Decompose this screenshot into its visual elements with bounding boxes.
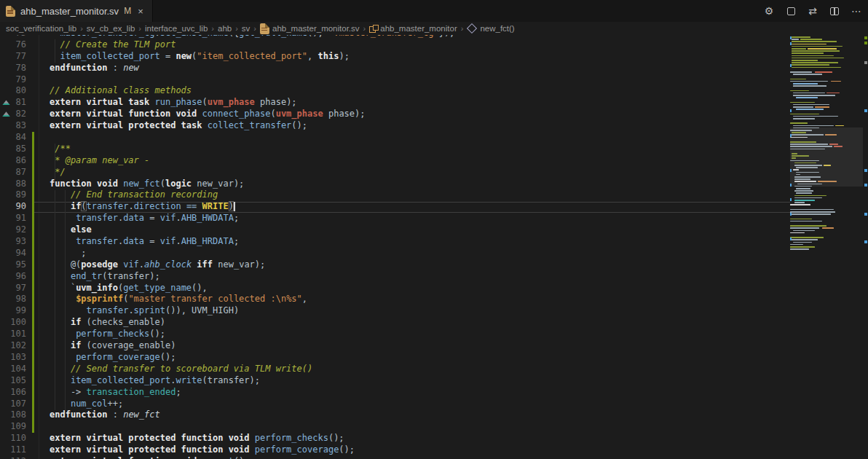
line-number[interactable]: 108 xyxy=(0,409,26,421)
code-line[interactable]: 88function void new_fct(logic new_var); xyxy=(0,178,790,190)
breadcrumb-item[interactable]: ahb xyxy=(218,24,232,33)
code-line[interactable]: 91 transfer.data = vif.AHB_HWDATA; xyxy=(0,213,790,224)
editor-tab[interactable]: ahb_master_monitor.sv M × xyxy=(0,0,153,22)
code-line[interactable]: 79 xyxy=(0,74,790,86)
breadcrumb-item[interactable]: ahb_master_monitor.sv xyxy=(260,23,360,34)
code-line[interactable]: 78endfunction : new xyxy=(0,63,790,74)
line-number[interactable]: 102 xyxy=(0,340,26,352)
line-number[interactable]: 106 xyxy=(0,387,26,399)
code-line[interactable]: 100 if (checks_enable) xyxy=(0,317,790,329)
line-number[interactable]: 82 xyxy=(0,109,26,120)
line-number[interactable]: 109 xyxy=(0,421,26,433)
breadcrumb-item[interactable]: ahb_master_monitor xyxy=(369,24,457,33)
breadcrumb-item[interactable]: sv xyxy=(242,24,250,33)
code-line[interactable]: 83extern virtual protected task collect_… xyxy=(0,120,790,132)
line-number[interactable]: 99 xyxy=(0,305,26,317)
tab-close-icon[interactable]: × xyxy=(136,6,145,17)
line-number[interactable]: 100 xyxy=(0,317,26,329)
line-number[interactable]: 92 xyxy=(0,224,26,236)
code-line[interactable]: 96 end_tr(transfer); xyxy=(0,271,790,283)
overview-ruler[interactable] xyxy=(863,35,868,459)
code-line[interactable]: 101 perform_checks(); xyxy=(0,329,790,340)
line-number[interactable]: 79 xyxy=(0,74,26,86)
breadcrumb-item[interactable]: sv_cb_ex_lib xyxy=(87,24,135,33)
code-line[interactable]: 107 num_col++; xyxy=(0,399,790,410)
line-number[interactable]: 81 xyxy=(0,97,26,109)
code-line[interactable]: 90 if(transfer.direction == WRITE) xyxy=(0,201,790,213)
line-number[interactable]: 91 xyxy=(0,213,26,224)
code-line[interactable]: 82extern virtual function void connect_p… xyxy=(0,109,790,120)
line-number[interactable]: 88 xyxy=(0,178,26,190)
breadcrumb-item[interactable]: soc_verification_lib xyxy=(6,24,76,33)
line-number[interactable]: 90 xyxy=(0,201,26,213)
line-number[interactable]: 78 xyxy=(0,63,26,74)
line-number[interactable]: 84 xyxy=(0,132,26,144)
split-editor-icon[interactable] xyxy=(829,5,840,17)
line-number[interactable]: 112 xyxy=(0,456,26,459)
line-number[interactable]: 94 xyxy=(0,248,26,259)
code-line[interactable]: 104 // Send transfer to scoreboard via T… xyxy=(0,364,790,375)
breadcrumb-label: ahb xyxy=(218,24,232,33)
line-number[interactable]: 80 xyxy=(0,85,26,97)
settings-gear-icon[interactable]: ⚙ xyxy=(763,5,775,17)
code-line[interactable]: 94 ; xyxy=(0,248,790,259)
code-line[interactable]: 110extern virtual protected function voi… xyxy=(0,433,790,444)
code-line[interactable]: 95 @(posedge vif.ahb_clock iff new_var); xyxy=(0,259,790,271)
line-number[interactable]: 83 xyxy=(0,120,26,132)
code-line[interactable]: 86 * @param new_var - xyxy=(0,155,790,167)
breadcrumb-item[interactable]: new_fct() xyxy=(467,24,514,33)
line-number[interactable]: 98 xyxy=(0,294,26,305)
code-line[interactable]: 84 xyxy=(0,132,790,144)
minimap-code-row xyxy=(790,102,815,103)
code-line[interactable]: 109 xyxy=(0,421,790,433)
code-line[interactable]: 89 // End transaction recording xyxy=(0,189,790,201)
code-line[interactable]: 105 item_collected_port.write(transfer); xyxy=(0,375,790,387)
minimap-code-row xyxy=(790,219,812,220)
code-line[interactable]: 106 -> transaction_ended; xyxy=(0,387,790,399)
code-line[interactable]: 81extern virtual task run_phase(uvm_phas… xyxy=(0,97,790,109)
line-number[interactable]: 97 xyxy=(0,283,26,294)
more-actions-icon[interactable]: ⋯ xyxy=(851,5,862,17)
code-line[interactable]: 77 item_collected_port = new("item_colle… xyxy=(0,51,790,63)
line-number[interactable]: 111 xyxy=(0,444,26,456)
breadcrumb-label: sv_cb_ex_lib xyxy=(87,24,135,33)
line-number[interactable]: 101 xyxy=(0,329,26,340)
line-number[interactable]: 95 xyxy=(0,259,26,271)
code-line[interactable]: 102 if (coverage_enable) xyxy=(0,340,790,352)
code-line[interactable]: 87 */ xyxy=(0,167,790,178)
line-number[interactable]: 103 xyxy=(0,352,26,364)
code-editor[interactable]: 75 master_transfer_cg.set_inst_name({get… xyxy=(0,35,868,459)
line-number[interactable]: 89 xyxy=(0,189,26,201)
line-number[interactable]: 107 xyxy=(0,399,26,410)
line-number[interactable]: 87 xyxy=(0,167,26,178)
breadcrumb-item[interactable]: interface_uvc_lib xyxy=(145,24,208,33)
code-line[interactable]: 93 transfer.data = vif.AHB_HRDATA; xyxy=(0,236,790,248)
code-line[interactable]: 98 $psprintf("master transfer collected … xyxy=(0,294,790,305)
line-number[interactable]: 110 xyxy=(0,433,26,444)
code-line[interactable]: 108endfunction : new_fct xyxy=(0,409,790,421)
code-line[interactable]: 76 // Create the TLM port xyxy=(0,39,790,51)
code-line[interactable]: 92 else xyxy=(0,224,790,236)
code-line[interactable]: 80// Additional class methods xyxy=(0,85,790,97)
line-number[interactable]: 105 xyxy=(0,375,26,387)
tab-bar: ahb_master_monitor.sv M × ⚙⇄⋯ xyxy=(0,0,868,22)
overview-ruler-mark xyxy=(864,109,867,112)
line-number[interactable]: 77 xyxy=(0,51,26,63)
code-line[interactable]: 85 /** xyxy=(0,144,790,155)
line-number[interactable]: 93 xyxy=(0,236,26,248)
layout-icon[interactable] xyxy=(785,5,797,17)
code-line[interactable]: 103 perform_coverage(); xyxy=(0,352,790,364)
code-line[interactable]: 99 transfer.sprint()), UVM_HIGH) xyxy=(0,305,790,317)
compare-changes-icon[interactable]: ⇄ xyxy=(807,5,818,17)
code-text: if(transfer.direction == WRITE) xyxy=(50,201,235,213)
line-number[interactable]: 96 xyxy=(0,271,26,283)
code-line[interactable]: 97 `uvm_info(get_type_name(), xyxy=(0,283,790,294)
line-number[interactable]: 85 xyxy=(0,144,26,155)
line-number[interactable]: 86 xyxy=(0,155,26,167)
minimap[interactable] xyxy=(790,35,863,459)
code-line[interactable]: 111extern virtual protected function voi… xyxy=(0,444,790,456)
line-number[interactable]: 104 xyxy=(0,364,26,375)
line-number[interactable]: 76 xyxy=(0,39,26,51)
code-line[interactable]: 112extern virtual function void report()… xyxy=(0,456,790,459)
minimap-viewport[interactable] xyxy=(790,128,863,187)
